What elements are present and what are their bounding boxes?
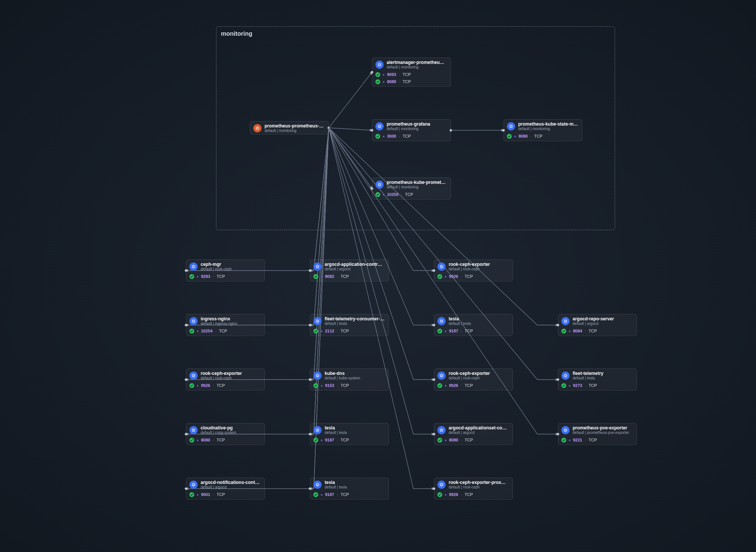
- service-node[interactable]: rook-ceph-exporter default | rook-ceph 9…: [186, 369, 265, 391]
- port-dot-icon: [569, 385, 570, 387]
- namespace-group-label: monitoring: [221, 30, 253, 37]
- service-node[interactable]: prometheus-grafana default | monitoring …: [372, 119, 451, 141]
- port-dot-icon: [445, 331, 446, 332]
- service-port: 8084 · TCP: [558, 327, 637, 336]
- port-protocol: TCP: [341, 384, 349, 388]
- separator: ·: [337, 493, 338, 497]
- separator: ·: [337, 384, 338, 388]
- service-node[interactable]: prometheus-kube-promethe… default | moni…: [372, 177, 451, 200]
- service-node[interactable]: argocd-repo-server default | argocd 8084…: [558, 314, 637, 336]
- service-node[interactable]: argocd-applicationset-contr… default | a…: [434, 423, 513, 445]
- service-title: argocd-applicationset-contr…: [449, 426, 509, 431]
- service-port: 9221 · TCP: [558, 436, 637, 445]
- kubernetes-icon: [189, 426, 198, 434]
- kubernetes-icon: [189, 372, 198, 380]
- separator: ·: [399, 73, 400, 77]
- service-port: 10250 · TCP: [372, 191, 451, 199]
- service-subtitle: default | tesla: [325, 321, 385, 326]
- status-ok-icon: [375, 134, 380, 139]
- port-number: 9187: [449, 329, 458, 333]
- status-ok-icon: [313, 492, 318, 497]
- svg-point-39: [565, 375, 567, 377]
- port-protocol: TCP: [403, 134, 411, 138]
- service-subtitle: default | tesla: [325, 431, 385, 435]
- port-protocol: TCP: [219, 329, 227, 333]
- port-number: 9926: [449, 384, 458, 388]
- service-node[interactable]: argocd-notifications-control… default | …: [186, 478, 265, 500]
- separator: ·: [215, 329, 216, 333]
- status-ok-icon: [437, 274, 442, 279]
- service-title: argocd-repo-server: [573, 317, 633, 321]
- separator: ·: [585, 384, 586, 388]
- service-node-header: argocd-repo-server default | argocd: [558, 314, 637, 327]
- service-node[interactable]: fleet-telemetry default | tesla 9273 · T…: [558, 369, 637, 391]
- service-port: 9187 · TCP: [434, 327, 513, 336]
- service-node-header: tesla default | tesla: [310, 478, 389, 491]
- separator: ·: [213, 274, 214, 279]
- service-node-header: argocd-notifications-control… default | …: [186, 478, 265, 491]
- service-node[interactable]: alertmanager-prometheus-k… default | mon…: [372, 58, 451, 87]
- port-protocol: TCP: [341, 274, 349, 279]
- service-title: ceph-mgr: [201, 262, 261, 267]
- kubernetes-icon: [313, 426, 322, 434]
- port-dot-icon: [445, 494, 446, 496]
- port-dot-icon: [321, 385, 322, 387]
- separator: ·: [213, 384, 214, 388]
- service-title: alertmanager-prometheus-k…: [387, 60, 447, 65]
- service-subtitle: default | rook-ceph: [449, 267, 509, 271]
- kubernetes-icon: [313, 317, 322, 325]
- kubernetes-icon: [375, 180, 384, 189]
- service-node[interactable]: rook-ceph-exporter-proxmo… default | roo…: [434, 478, 513, 500]
- svg-point-31: [441, 266, 443, 268]
- service-node[interactable]: prometheus-pve-exporter default | promet…: [558, 423, 637, 445]
- port-protocol: TCP: [341, 329, 349, 333]
- service-node[interactable]: rook-ceph-exporter default | rook-ceph 9…: [434, 369, 513, 391]
- service-title: ingress-nginx: [201, 317, 261, 321]
- service-node[interactable]: argocd-application-controller default | …: [310, 259, 389, 282]
- svg-point-43: [565, 429, 567, 431]
- port-protocol: TCP: [403, 73, 411, 77]
- service-node[interactable]: ceph-mgr default | rook-ceph 9283 · TCP: [186, 259, 265, 282]
- separator: ·: [585, 329, 586, 333]
- svg-point-37: [317, 375, 319, 377]
- service-title: cloudnative-pg: [201, 426, 261, 431]
- kubernetes-icon: [507, 122, 515, 130]
- svg-point-41: [317, 429, 319, 431]
- service-node[interactable]: tesla default | tesla 9187 · TCP: [434, 314, 513, 336]
- svg-point-38: [441, 375, 443, 377]
- service-node[interactable]: tesla default | tesla 9187 · TCP: [310, 423, 389, 445]
- service-port: 9153 · TCP: [310, 382, 389, 390]
- service-subtitle: default | argocd: [325, 267, 385, 271]
- service-node[interactable]: cloudnative-pg default | cnpg-system 808…: [186, 423, 265, 445]
- service-port: 8080 · TCP: [186, 436, 265, 445]
- service-node[interactable]: fleet-telemetry-consumer-old default | t…: [310, 314, 389, 336]
- port-number: 10254: [201, 329, 213, 333]
- port-number: 8080: [387, 80, 396, 84]
- port-dot-icon: [197, 385, 198, 387]
- port-dot-icon: [197, 494, 198, 496]
- service-title: prometheus-prometheus-ku…: [265, 124, 325, 129]
- svg-point-25: [379, 64, 381, 66]
- kubernetes-icon: [437, 372, 446, 380]
- service-node[interactable]: kube-dns default | kube-system 9153 · TC…: [310, 369, 389, 391]
- service-node[interactable]: ingress-nginx default | ingress-nginx 10…: [186, 314, 265, 336]
- service-node[interactable]: rook-ceph-exporter default | rook-ceph 9…: [434, 259, 513, 282]
- kubernetes-icon: [375, 122, 384, 130]
- status-ok-icon: [437, 383, 442, 388]
- service-subtitle: default | monitoring: [387, 185, 447, 189]
- svg-point-27: [510, 126, 512, 127]
- service-node-header: fleet-telemetry-consumer-old default | t…: [310, 314, 389, 327]
- service-node[interactable]: prometheus-prometheus-ku… default | moni…: [250, 121, 329, 135]
- port-dot-icon: [569, 331, 570, 332]
- port-number: 9001: [201, 493, 210, 497]
- port-protocol: TCP: [403, 80, 411, 84]
- service-node[interactable]: tesla default | tesla 9187 · TCP: [310, 478, 389, 500]
- separator: ·: [461, 438, 462, 442]
- port-number: 8080: [201, 438, 210, 442]
- port-protocol: TCP: [341, 438, 349, 442]
- kubernetes-icon: [313, 372, 322, 380]
- svg-point-35: [565, 320, 567, 322]
- service-subtitle: default | rook-ceph: [201, 267, 261, 271]
- topology-canvas[interactable]: monitoring prometheus-prometheus-ku… def…: [0, 0, 756, 552]
- service-node[interactable]: prometheus-kube-state-met… default | mon…: [503, 119, 582, 141]
